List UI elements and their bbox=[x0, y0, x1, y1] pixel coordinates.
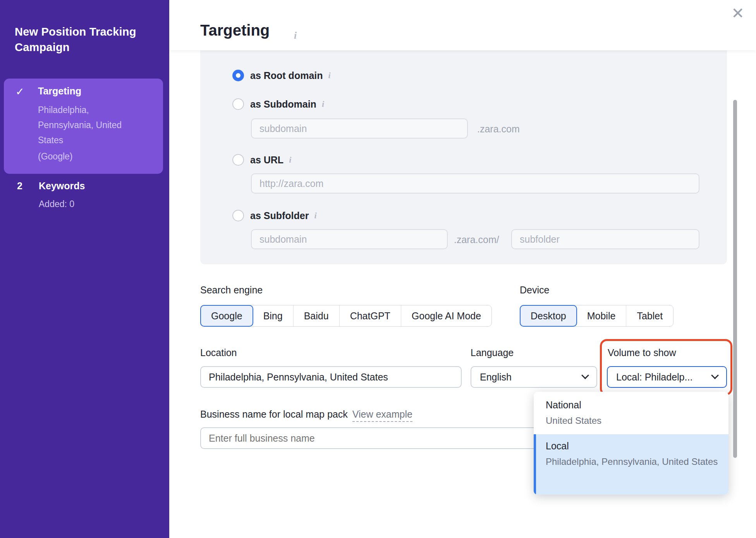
close-icon[interactable]: ✕ bbox=[728, 3, 748, 23]
info-icon[interactable]: i bbox=[314, 211, 316, 221]
subfolder-input[interactable] bbox=[511, 229, 699, 249]
modal-header: Targeting i ✕ bbox=[169, 0, 756, 50]
new-position-tracking-modal: New Position Tracking Campaign ✓ Targeti… bbox=[0, 0, 756, 538]
language-select[interactable]: English bbox=[471, 366, 597, 388]
language-label: Language bbox=[471, 347, 514, 358]
vertical-scrollbar[interactable] bbox=[733, 100, 737, 458]
step-targeting-subtitle: Philadelphia, Pennsylvania, United State… bbox=[38, 103, 150, 148]
subdomain-suffix: .zara.com bbox=[477, 123, 520, 135]
step-keywords-number: 2 bbox=[17, 180, 22, 192]
volume-dropdown-menu: National United States Local Philadelphi… bbox=[534, 392, 729, 495]
chevron-down-icon bbox=[581, 372, 589, 379]
device-tablet-button[interactable]: Tablet bbox=[626, 305, 673, 326]
volume-to-show-select[interactable]: Local: Philadelp... bbox=[607, 366, 727, 388]
radio-url[interactable]: as URL i bbox=[232, 153, 291, 166]
radio-selected-icon[interactable] bbox=[232, 70, 244, 81]
url-input[interactable] bbox=[251, 173, 699, 194]
location-input[interactable] bbox=[200, 366, 462, 388]
check-icon: ✓ bbox=[15, 86, 24, 98]
device-group: Desktop Mobile Tablet bbox=[520, 305, 674, 327]
domain-scope-panel: as Root domain i as Subdomain i .zara.co… bbox=[200, 50, 727, 264]
engine-chatgpt-button[interactable]: ChatGPT bbox=[340, 305, 401, 326]
radio-root-domain[interactable]: as Root domain i bbox=[232, 69, 331, 82]
info-icon[interactable]: i bbox=[328, 70, 331, 81]
search-engine-label: Search engine bbox=[200, 284, 263, 296]
engine-baidu-button[interactable]: Baidu bbox=[294, 305, 340, 326]
volume-value: Local: Philadelp... bbox=[616, 372, 692, 383]
language-value: English bbox=[480, 372, 512, 383]
dropdown-option-local[interactable]: Local Philadelphia, Pennsylvania, United… bbox=[534, 434, 729, 495]
radio-subdomain[interactable]: as Subdomain i bbox=[232, 98, 324, 111]
radio-unselected-icon[interactable] bbox=[232, 210, 244, 221]
step-keywords-label: Keywords bbox=[39, 180, 85, 192]
device-mobile-button[interactable]: Mobile bbox=[577, 305, 627, 326]
engine-google-button[interactable]: Google bbox=[200, 305, 253, 327]
search-engine-group: Google Bing Baidu ChatGPT Google AI Mode bbox=[200, 305, 492, 327]
radio-subfolder[interactable]: as Subfolder i bbox=[232, 209, 317, 222]
info-icon[interactable]: i bbox=[289, 155, 291, 165]
business-name-label: Business name for local map pack bbox=[200, 409, 348, 420]
page-title: Targeting bbox=[200, 22, 270, 39]
wizard-title: New Position Tracking Campaign bbox=[15, 24, 154, 55]
dropdown-option-national[interactable]: National United States bbox=[534, 392, 729, 434]
subfolder-suffix: .zara.com/ bbox=[454, 234, 499, 245]
view-example-link[interactable]: View example bbox=[352, 409, 412, 422]
step-targeting-label: Targeting bbox=[38, 86, 81, 97]
engine-bing-button[interactable]: Bing bbox=[253, 305, 294, 326]
targeting-step-content: Targeting i ✕ as Root domain i as Subdom… bbox=[169, 0, 756, 538]
device-label: Device bbox=[520, 284, 549, 296]
volume-to-show-label: Volume to show bbox=[608, 347, 676, 358]
radio-unselected-icon[interactable] bbox=[232, 154, 244, 166]
info-icon[interactable]: i bbox=[294, 30, 297, 41]
chevron-down-icon bbox=[711, 372, 719, 379]
step-keywords-count: Added: 0 bbox=[39, 199, 74, 209]
location-label: Location bbox=[200, 347, 237, 358]
engine-google-ai-mode-button[interactable]: Google AI Mode bbox=[401, 305, 491, 326]
subdomain-input[interactable] bbox=[251, 118, 468, 139]
device-desktop-button[interactable]: Desktop bbox=[520, 305, 577, 327]
info-icon[interactable]: i bbox=[322, 99, 324, 109]
business-name-row: Business name for local map pack View ex… bbox=[200, 409, 412, 422]
subfolder-subdomain-input[interactable] bbox=[251, 229, 448, 249]
radio-unselected-icon[interactable] bbox=[232, 98, 244, 110]
wizard-sidebar: New Position Tracking Campaign ✓ Targeti… bbox=[0, 0, 169, 538]
sidebar-step-targeting[interactable]: ✓ Targeting Philadelphia, Pennsylvania, … bbox=[4, 79, 163, 174]
step-targeting-engine-note: (Google) bbox=[38, 151, 72, 162]
